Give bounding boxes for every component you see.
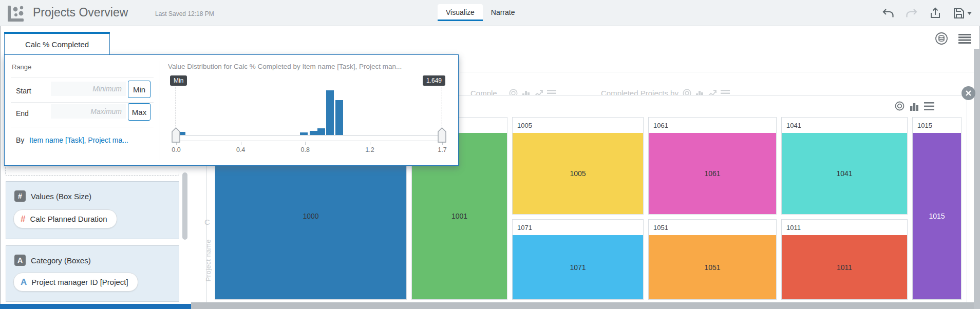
data-source-icon[interactable]: [935, 32, 948, 45]
box-header-label: 1005: [517, 122, 532, 129]
dimension-chip[interactable]: A Project manager ID [Project]: [13, 273, 138, 292]
treemap-box-1005[interactable]: 1005 1005: [512, 117, 644, 215]
chip-label: Project manager ID [Project]: [31, 278, 128, 286]
slider-right-handle[interactable]: [438, 127, 446, 143]
app-window: Projects Overview Last Saved 12:18 PM Vi…: [0, 0, 980, 309]
box-value-label: 1051: [704, 263, 720, 272]
box-header-label: 1015: [917, 122, 932, 129]
measure-icon: #: [21, 214, 25, 224]
letter-a-icon: A: [14, 255, 26, 266]
histogram-axis: 0.00.40.81.21.7: [5, 142, 459, 162]
outline-menu-icon[interactable]: [958, 34, 971, 44]
slider-max-tooltip: 1.649: [423, 75, 445, 86]
box-value-label: 1001: [451, 212, 467, 220]
slider-right-guide: [442, 85, 442, 129]
vertical-scrollbar[interactable]: [974, 49, 980, 309]
bar-chart-icon[interactable]: [910, 102, 919, 111]
box-value-label: 1041: [836, 169, 852, 178]
save-icon: [953, 7, 965, 20]
box-header-label: 1011: [786, 224, 801, 231]
slider-min-tooltip: Min: [170, 75, 187, 86]
range-slider-track[interactable]: [172, 135, 446, 141]
box-value-label: 1011: [837, 263, 852, 272]
hash-icon: #: [14, 190, 26, 202]
treemap-box-1041[interactable]: 1041 1041: [781, 117, 908, 215]
builder-scrollbar[interactable]: [182, 172, 187, 240]
box-value-label: 1005: [570, 169, 586, 178]
save-button[interactable]: [953, 7, 972, 20]
treemap-box-1051[interactable]: 1051 1051: [648, 219, 777, 300]
box-value-label: 1015: [929, 212, 945, 220]
dimension-icon: A: [21, 277, 27, 287]
close-icon[interactable]: [962, 86, 975, 100]
save-dropdown-caret-icon: [967, 12, 972, 15]
histogram-bars: [5, 55, 459, 135]
undo-icon[interactable]: [882, 8, 894, 19]
horizontal-scrollbar[interactable]: [191, 302, 974, 309]
app-logo-icon: [7, 4, 26, 23]
filter-tab-calc-percent-completed[interactable]: Calc % Completed: [4, 32, 110, 54]
app-header: Projects Overview Last Saved 12:18 PM Vi…: [0, 0, 980, 26]
section-label: Values (Box Size): [31, 192, 91, 201]
filter-popup: Range Start Min End Max By Item name [Ta…: [4, 54, 459, 166]
builder-panel-bottom-border: [0, 304, 191, 309]
treemap-box-1015[interactable]: 1015 1015: [912, 117, 962, 300]
last-saved-status: Last Saved 12:18 PM: [155, 10, 214, 17]
treemap-box-1011[interactable]: 1011 1011: [781, 219, 908, 300]
values-box-size-section: # Values (Box Size) # Calc Planned Durat…: [6, 181, 179, 239]
box-header-label: 1061: [653, 122, 668, 129]
measure-chip[interactable]: # Calc Planned Duration: [13, 209, 117, 228]
box-header-label: 1071: [517, 224, 532, 231]
box-value-label: 1071: [570, 263, 586, 272]
box-header-label: 1051: [653, 224, 668, 231]
mode-tabs: Visualize Narrate: [438, 4, 523, 25]
slider-left-guide: [176, 85, 176, 129]
tab-narrate[interactable]: Narrate: [483, 4, 523, 20]
box-value-label: 1061: [704, 169, 720, 178]
treemap-box-1071[interactable]: 1071 1071: [512, 219, 644, 300]
menu-icon[interactable]: [924, 102, 934, 110]
chip-label: Calc Planned Duration: [30, 215, 107, 223]
treemap-y-axis-label: Project name: [204, 239, 212, 282]
export-icon[interactable]: [929, 7, 941, 20]
story-title: Projects Overview: [33, 6, 128, 20]
canvas-lane-divider: [460, 72, 974, 72]
category-boxes-section: A Category (Boxes) A Project manager ID …: [6, 245, 179, 302]
bullseye-icon[interactable]: [895, 101, 904, 111]
treemap-box-1061[interactable]: 1061 1061: [648, 117, 777, 215]
axis-text-fragment: C: [204, 218, 210, 226]
box-header-label: 1041: [786, 122, 801, 129]
redo-icon: [906, 8, 918, 19]
slider-left-handle[interactable]: [172, 127, 180, 143]
tab-visualize[interactable]: Visualize: [438, 4, 483, 21]
section-label: Category (Boxes): [31, 256, 91, 265]
box-value-label: 1000: [303, 212, 318, 220]
